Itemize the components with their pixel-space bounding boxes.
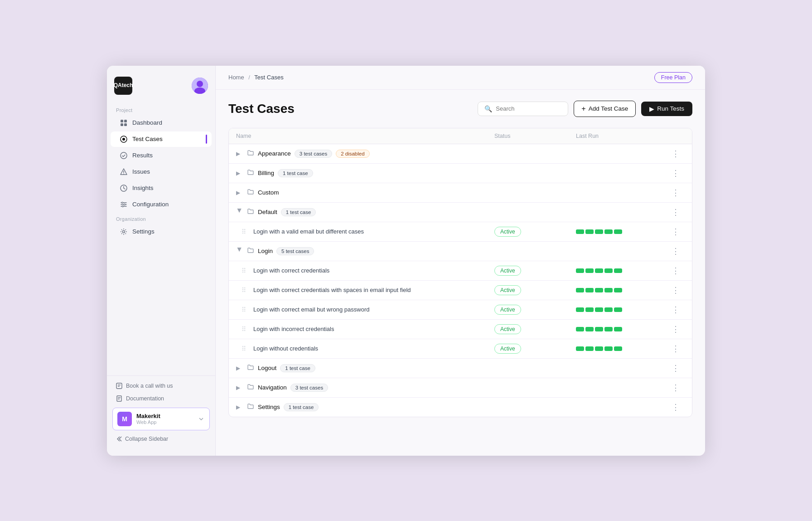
folder-name-navigation: ▶ Navigation 3 test cases	[236, 383, 494, 392]
tag-appearance-count: 3 test cases	[295, 150, 332, 158]
sidebar-item-configuration[interactable]: Configuration	[111, 197, 212, 212]
docs-link[interactable]: Documentation	[112, 392, 210, 405]
topbar-right: Free Plan	[654, 72, 692, 83]
expand-icon: ▶	[236, 385, 243, 391]
breadcrumb-home[interactable]: Home	[228, 74, 244, 81]
folder-name-billing: ▶ Billing 1 test case	[236, 169, 494, 177]
search-input[interactable]	[496, 105, 561, 112]
sidebar-item-settings-label: Settings	[132, 228, 155, 235]
folder-label-billing: Billing	[258, 170, 274, 176]
run-bars	[576, 307, 667, 312]
folder-icon-navigation	[247, 383, 254, 392]
test-more[interactable]: ⋮	[667, 344, 685, 354]
run-bar	[614, 307, 622, 312]
folder-label-navigation: Navigation	[258, 384, 287, 391]
book-icon	[116, 383, 122, 389]
run-bar	[585, 229, 594, 234]
drag-handle: ⠿	[242, 267, 246, 274]
add-test-case-button[interactable]: + Add Test Case	[574, 101, 636, 117]
test-more[interactable]: ⋮	[667, 305, 685, 315]
folder-icon-custom	[247, 188, 254, 197]
run-bar	[604, 307, 613, 312]
free-plan-badge[interactable]: Free Plan	[654, 72, 692, 83]
folder-more-billing[interactable]: ⋮	[667, 168, 685, 178]
col-name: Name	[236, 133, 494, 139]
folder-more-custom[interactable]: ⋮	[667, 188, 685, 198]
folder-row-settings[interactable]: ▶ Settings 1 test case ⋮	[229, 398, 692, 417]
main-content: Home / Test Cases Free Plan Test Cases 🔍…	[216, 66, 705, 456]
app-selector-info: Makerkit Web App	[136, 413, 193, 425]
app-selector[interactable]: M Makerkit Web App	[112, 408, 210, 430]
folder-label-logout: Logout	[258, 365, 276, 371]
test-name-login-4: ⠿ Login with incorrect credentials	[252, 326, 494, 333]
folder-row-login[interactable]: ▶ Login 5 test cases ⋮	[229, 242, 692, 261]
test-name-login-5: ⠿ Login without credentials	[252, 345, 494, 352]
svg-point-16	[122, 202, 123, 203]
book-call-link[interactable]: Book a call with us	[112, 380, 210, 392]
collapse-sidebar-button[interactable]: Collapse Sidebar	[112, 433, 210, 445]
sidebar-item-settings[interactable]: Settings	[111, 224, 212, 239]
sidebar-bottom: Book a call with us Documentation M Make…	[107, 375, 215, 448]
folder-row-navigation[interactable]: ▶ Navigation 3 test cases ⋮	[229, 378, 692, 398]
drag-handle: ⠿	[242, 326, 246, 333]
folder-more-logout[interactable]: ⋮	[667, 363, 685, 373]
run-bar	[604, 229, 613, 234]
folder-more-settings[interactable]: ⋮	[667, 402, 685, 412]
sidebar-item-configuration-label: Configuration	[132, 201, 169, 208]
test-cases-table: Name Status Last Run ▶ Appearance 3 test…	[228, 128, 692, 417]
sidebar-item-results[interactable]: Results	[111, 148, 212, 163]
drag-handle: ⠿	[242, 287, 246, 294]
topbar: Home / Test Cases Free Plan	[216, 66, 705, 90]
folder-icon-appearance	[247, 149, 254, 158]
tag-navigation-count: 3 test cases	[290, 384, 328, 392]
sidebar-item-dashboard[interactable]: Dashboard	[111, 115, 212, 131]
folder-name-custom: ▶ Custom	[236, 188, 494, 197]
folder-label-login: Login	[258, 248, 273, 254]
folder-row-appearance[interactable]: ▶ Appearance 3 test cases 2 disabled ⋮	[229, 144, 692, 164]
folder-row-logout[interactable]: ▶ Logout 1 test case ⋮	[229, 359, 692, 378]
run-bars	[576, 327, 667, 331]
expand-icon: ▶	[236, 151, 243, 157]
test-more[interactable]: ⋮	[667, 285, 685, 295]
run-bars	[576, 229, 667, 234]
status-badge: Active	[494, 227, 521, 237]
configuration-icon	[120, 200, 128, 209]
svg-point-17	[124, 204, 126, 205]
sidebar-item-insights-label: Insights	[132, 185, 154, 191]
col-last-run: Last Run	[576, 133, 667, 139]
folder-label-appearance: Appearance	[258, 150, 291, 157]
svg-rect-5	[121, 123, 123, 126]
run-bar	[585, 288, 594, 292]
test-name-login-3: ⠿ Login with correct email but wrong pas…	[252, 306, 494, 313]
folder-more-login[interactable]: ⋮	[667, 246, 685, 256]
folder-icon-default	[247, 208, 254, 216]
folder-more-navigation[interactable]: ⋮	[667, 383, 685, 393]
run-bar	[576, 327, 584, 331]
status-badge: Active	[494, 324, 521, 334]
folder-row-billing[interactable]: ▶ Billing 1 test case ⋮	[229, 164, 692, 183]
sidebar-item-insights[interactable]: Insights	[111, 180, 212, 196]
test-more[interactable]: ⋮	[667, 266, 685, 276]
test-more[interactable]: ⋮	[667, 227, 685, 237]
test-row: ⠿ Login with correct credentials with sp…	[229, 281, 692, 300]
folder-row-default[interactable]: ▶ Default 1 test case ⋮	[229, 203, 692, 222]
results-icon	[120, 151, 128, 160]
sidebar-item-issues[interactable]: Issues	[111, 164, 212, 180]
run-tests-button[interactable]: ▶ Run Tests	[641, 102, 692, 116]
status-badge: Active	[494, 266, 521, 276]
chevron-down-icon	[198, 415, 205, 423]
folder-row-custom[interactable]: ▶ Custom ⋮	[229, 183, 692, 203]
drag-handle: ⠿	[242, 228, 246, 235]
breadcrumb: Home / Test Cases	[228, 74, 284, 81]
folder-icon-login	[247, 247, 254, 255]
sidebar-item-test-cases[interactable]: Test Cases	[111, 131, 212, 147]
dashboard-icon	[120, 119, 128, 127]
folder-more-appearance[interactable]: ⋮	[667, 149, 685, 159]
svg-rect-3	[121, 120, 123, 122]
breadcrumb-current: Test Cases	[254, 74, 283, 81]
run-bar	[604, 288, 613, 292]
page-title: Test Cases	[228, 102, 472, 116]
folder-more-default[interactable]: ⋮	[667, 207, 685, 217]
test-more[interactable]: ⋮	[667, 324, 685, 334]
test-name-login-2: ⠿ Login with correct credentials with sp…	[252, 287, 494, 294]
